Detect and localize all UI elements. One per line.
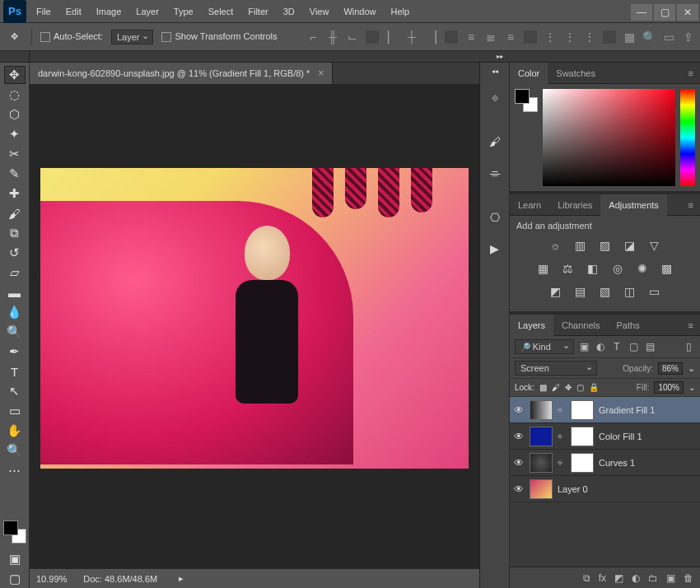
layer-name[interactable]: Gradient Fill 1 <box>599 405 655 415</box>
brush-panel-icon[interactable]: 🖌 <box>486 133 504 151</box>
new-layer-icon[interactable]: ▣ <box>666 572 675 584</box>
tab-libraries[interactable]: Libraries <box>549 194 600 216</box>
workspace-icon[interactable]: ▭ <box>662 30 675 44</box>
path-select-tool[interactable]: ↖ <box>4 382 26 400</box>
visibility-toggle[interactable]: 👁 <box>513 431 525 442</box>
history-brush-tool[interactable]: ↺ <box>4 244 26 262</box>
adj-photo-filter-icon[interactable]: ◎ <box>610 261 625 276</box>
adj-selective-color-icon[interactable]: ◫ <box>623 284 637 299</box>
adj-hue-icon[interactable]: ▦ <box>536 261 551 276</box>
menu-file[interactable]: File <box>30 2 58 21</box>
adj-color-balance-icon[interactable]: ⚖ <box>561 261 576 276</box>
visibility-toggle[interactable]: 👁 <box>513 483 525 495</box>
opacity-dropdown-icon[interactable]: ⌄ <box>688 363 695 374</box>
canvas-viewport[interactable] <box>30 84 479 568</box>
menu-select[interactable]: Select <box>202 2 240 21</box>
layer-thumb[interactable] <box>530 479 553 499</box>
eraser-tool[interactable]: ▱ <box>4 264 26 282</box>
lock-transparency-icon[interactable]: ▩ <box>539 383 547 392</box>
active-tool-icon[interactable]: ✥ <box>5 28 23 46</box>
adj-exposure-icon[interactable]: ◪ <box>623 238 637 253</box>
quickmask-toggle[interactable]: ▣ <box>4 550 26 568</box>
opacity-input[interactable]: 86% <box>658 362 683 375</box>
lock-all-icon[interactable]: 🔒 <box>589 383 599 392</box>
distribute-top-icon[interactable]: ≡ <box>464 30 478 44</box>
adj-posterize-icon[interactable]: ▤ <box>573 284 588 299</box>
align-top-icon[interactable]: ⌐ <box>306 30 320 44</box>
fill-input[interactable]: 100% <box>654 381 684 394</box>
distribute-left-icon[interactable]: ⋮ <box>544 30 557 44</box>
menu-edit[interactable]: Edit <box>59 2 88 21</box>
adj-channel-mixer-icon[interactable]: ✺ <box>635 261 650 276</box>
lock-position-icon[interactable]: ✥ <box>565 383 572 392</box>
blur-tool[interactable]: 💧 <box>4 303 26 321</box>
share-icon[interactable]: ⇪ <box>682 30 695 44</box>
menu-filter[interactable]: Filter <box>241 2 274 21</box>
dock-expand-icon[interactable]: ◂◂ <box>486 68 504 75</box>
fgbg-swatch[interactable] <box>3 520 26 544</box>
type-tool[interactable]: T <box>4 362 26 380</box>
dodge-tool[interactable]: 🔍 <box>4 323 26 341</box>
menu-help[interactable]: Help <box>385 2 417 21</box>
menu-type[interactable]: Type <box>167 2 200 21</box>
maximize-button[interactable]: ▢ <box>654 4 675 21</box>
layer-name[interactable]: Layer 0 <box>558 484 588 494</box>
filter-shape-icon[interactable]: ▢ <box>627 340 640 353</box>
new-group-icon[interactable]: 🗀 <box>648 572 658 584</box>
minimize-button[interactable]: — <box>631 4 652 21</box>
color-panel-menu-icon[interactable]: ≡ <box>682 63 700 84</box>
tab-swatches[interactable]: Swatches <box>548 63 604 84</box>
adj-invert-icon[interactable]: ◩ <box>548 284 563 299</box>
foreground-color[interactable] <box>3 520 18 535</box>
zoom-tool[interactable]: 🔍 <box>4 441 26 460</box>
play-icon[interactable]: ▶ <box>486 240 504 258</box>
filter-adjust-icon[interactable]: ◐ <box>594 340 607 353</box>
tab-layers[interactable]: Layers <box>510 315 553 336</box>
tab-learn[interactable]: Learn <box>510 194 549 216</box>
hand-tool[interactable]: ✋ <box>4 422 26 440</box>
adj-brightness-icon[interactable]: ☼ <box>548 238 563 253</box>
new-adjustment-icon[interactable]: ◐ <box>632 572 640 584</box>
layer-style-icon[interactable]: fx <box>599 572 606 584</box>
distribute-vcenter-icon[interactable]: ≣ <box>484 30 497 44</box>
layer-name[interactable]: Curves 1 <box>599 458 635 468</box>
layer-name[interactable]: Color Fill 1 <box>599 432 642 441</box>
link-layers-icon[interactable]: ⧉ <box>583 572 590 584</box>
layer-row[interactable]: 👁 Layer 0 <box>510 476 700 502</box>
color-fgbg[interactable] <box>515 89 538 112</box>
delete-layer-icon[interactable]: 🗑 <box>684 572 693 584</box>
search-icon[interactable]: 🔍 <box>642 30 656 44</box>
layer-mask-thumb[interactable] <box>571 453 594 473</box>
zoom-readout[interactable]: 10.99% <box>36 574 67 584</box>
eyedropper-tool[interactable]: ✎ <box>4 165 26 183</box>
quick-select-tool[interactable]: ✦ <box>4 125 26 143</box>
doc-expand-icon[interactable]: ▸▸ <box>491 51 509 62</box>
menu-layer[interactable]: Layer <box>129 2 166 21</box>
screenmode-toggle[interactable]: ▢ <box>4 570 26 588</box>
show-transform-checkbox[interactable]: Show Transform Controls <box>161 31 277 42</box>
healing-brush-tool[interactable]: ✚ <box>4 184 26 203</box>
fill-dropdown-icon[interactable]: ⌄ <box>688 383 695 392</box>
hue-strip[interactable] <box>680 89 695 186</box>
filter-pixel-icon[interactable]: ▣ <box>577 340 590 353</box>
adj-gradient-map-icon[interactable]: ▭ <box>647 284 662 299</box>
filter-smart-icon[interactable]: ▤ <box>643 340 656 353</box>
toolbar-more[interactable]: ⋯ <box>4 461 26 479</box>
layer-mask-thumb[interactable] <box>571 427 594 446</box>
menu-view[interactable]: View <box>303 2 336 21</box>
visibility-toggle[interactable]: 👁 <box>513 457 525 469</box>
tab-color[interactable]: Color <box>510 63 548 84</box>
distribute-right-icon[interactable]: ⋮ <box>583 30 596 44</box>
brush-tool[interactable]: 🖌 <box>4 204 26 222</box>
color-field[interactable] <box>543 89 675 186</box>
align-vcenter-icon[interactable]: ╫ <box>326 30 339 44</box>
align-bottom-icon[interactable]: ⌙ <box>346 30 359 44</box>
menu-image[interactable]: Image <box>90 2 128 21</box>
close-button[interactable]: ✕ <box>677 4 698 21</box>
filter-type-icon[interactable]: T <box>610 340 623 353</box>
align-right-icon[interactable]: ▕ <box>425 30 438 44</box>
3d-mode-icon[interactable]: ▦ <box>623 30 636 44</box>
layer-row[interactable]: 👁 ⎆ Gradient Fill 1 <box>510 397 700 423</box>
adj-bw-icon[interactable]: ◧ <box>586 261 600 276</box>
adj-vibrance-icon[interactable]: ▽ <box>647 238 662 253</box>
